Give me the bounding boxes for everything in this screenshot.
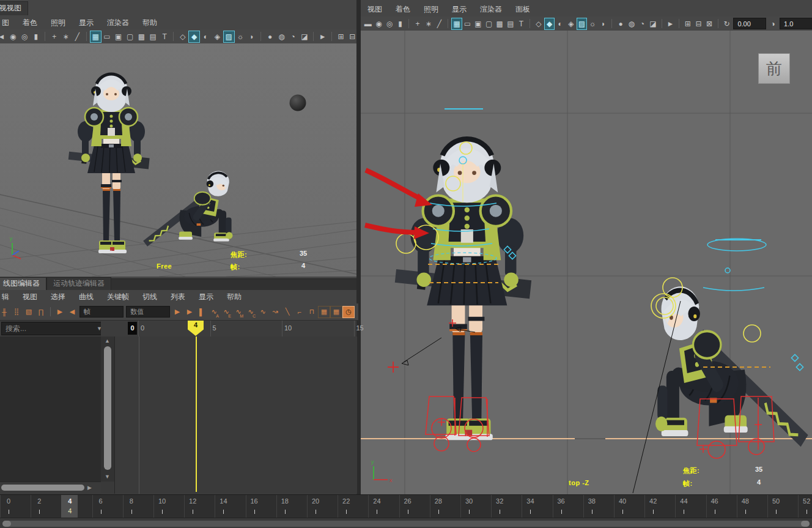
snap-time-icon[interactable]: ▶ bbox=[171, 306, 183, 318]
pencil-context-icon[interactable]: ╱ bbox=[72, 31, 83, 43]
scroll-up-icon[interactable]: ▲ bbox=[105, 338, 110, 344]
move-nearest-key-icon[interactable]: ╫ bbox=[0, 306, 10, 318]
ge-menu-2[interactable]: 选择 bbox=[44, 290, 72, 303]
vscroll-thumb[interactable] bbox=[104, 346, 111, 470]
persp-menu-1[interactable]: 着色 bbox=[16, 16, 44, 29]
frame-input[interactable]: 帧 bbox=[79, 306, 124, 318]
character-crouching-front[interactable] bbox=[655, 286, 810, 448]
front-menu-4[interactable]: 渲染器 bbox=[473, 2, 509, 16]
exposure-icon[interactable]: ◑ bbox=[767, 18, 778, 30]
front-menu-0[interactable]: 视图 bbox=[361, 2, 389, 16]
camera-attributes-icon[interactable]: ◎ bbox=[384, 18, 395, 30]
camera-attributes-icon[interactable]: ◎ bbox=[19, 31, 31, 43]
channel-search-field[interactable]: 搜索... ▼ bbox=[1, 322, 106, 335]
render-region-icon[interactable]: ◪ bbox=[648, 18, 659, 30]
grid-icon[interactable]: ▦ bbox=[90, 31, 102, 43]
persp-menu-3[interactable]: 显示 bbox=[72, 16, 100, 29]
pane-expand-icon[interactable]: ⊠ bbox=[704, 18, 715, 30]
graph-playhead-line[interactable] bbox=[196, 337, 197, 492]
range-slider-bar[interactable] bbox=[2, 521, 810, 527]
spline-tangent-icon[interactable]: ∿ bbox=[257, 306, 269, 318]
time-editor-icon[interactable]: ◷ bbox=[342, 306, 355, 318]
film-gate-icon[interactable]: ▭ bbox=[462, 18, 473, 30]
safe-title-icon[interactable]: T bbox=[159, 31, 171, 43]
select-camera-icon[interactable]: ◄ bbox=[0, 31, 7, 43]
front-menu-1[interactable]: 着色 bbox=[389, 2, 417, 16]
image-plane-icon[interactable]: ▤ bbox=[505, 18, 516, 30]
smooth-shade-icon[interactable]: ◆ bbox=[188, 31, 200, 43]
render-region-icon[interactable]: ◪ bbox=[299, 31, 311, 43]
outliner-hscrollbar[interactable]: ▶ bbox=[0, 482, 101, 494]
anti-alias-icon[interactable]: ◔ bbox=[287, 31, 299, 43]
edit-pivot-icon[interactable]: + bbox=[48, 31, 60, 43]
rotate-value-field[interactable]: 0.00 bbox=[733, 18, 766, 29]
view-orientation-cube[interactable]: 前 bbox=[758, 53, 790, 84]
persp-menu-0[interactable]: 图 bbox=[0, 16, 16, 29]
panel-divider[interactable] bbox=[356, 0, 361, 494]
ge-menu-3[interactable]: 曲线 bbox=[72, 290, 100, 303]
value-input[interactable]: 数值 bbox=[126, 306, 170, 318]
film-gate-icon[interactable]: ▭ bbox=[102, 31, 113, 43]
textured-icon[interactable]: ◈ bbox=[566, 18, 577, 30]
tab-graph-editor[interactable]: 线图编辑器 bbox=[0, 277, 46, 290]
range-handle-left[interactable] bbox=[2, 521, 11, 527]
resolution-gate-icon[interactable]: ▣ bbox=[113, 31, 124, 43]
ge-menu-0[interactable]: 辑 bbox=[0, 290, 16, 303]
outliner-vscrollbar[interactable]: ▲ ▼ bbox=[101, 337, 114, 482]
region-keys-icon[interactable]: ∏ bbox=[35, 306, 47, 318]
safe-title-icon[interactable]: T bbox=[516, 18, 527, 30]
duplicate-pane-icon[interactable]: ⊞ bbox=[682, 18, 693, 30]
wireframe-on-shaded-icon[interactable]: ◐ bbox=[200, 31, 212, 43]
bookmark-icon[interactable]: ▮ bbox=[395, 18, 406, 30]
ease-tangent-icon[interactable]: ∿E bbox=[220, 306, 232, 318]
field-chart-icon[interactable]: ▩ bbox=[136, 31, 147, 43]
front-menu-3[interactable]: 显示 bbox=[445, 2, 473, 16]
exposure-value-field[interactable]: 1.0 bbox=[780, 18, 812, 29]
front-viewport[interactable]: y x 前 top -Z 焦距: 35 帧: 4 bbox=[361, 31, 812, 494]
wireframe-icon[interactable]: ◇ bbox=[533, 18, 544, 30]
front-menu-2[interactable]: 照明 bbox=[417, 2, 445, 16]
camera-lock-icon[interactable]: ◉ bbox=[7, 31, 19, 43]
plateau-tangent-icon[interactable]: ⊓ bbox=[306, 306, 318, 318]
shadows-icon[interactable]: ◗ bbox=[246, 31, 257, 43]
persp-menu-4[interactable]: 渲染器 bbox=[100, 16, 136, 29]
gate-mask-icon[interactable]: ▢ bbox=[124, 31, 136, 43]
checkered-icon[interactable]: ▨ bbox=[223, 31, 235, 43]
scroll-down-icon[interactable]: ▼ bbox=[105, 474, 110, 480]
snap-value-icon[interactable]: ▶ bbox=[183, 306, 196, 318]
rotate-view-icon[interactable]: ↻ bbox=[722, 18, 733, 30]
ge-menu-6[interactable]: 列表 bbox=[164, 290, 192, 303]
graph-ruler[interactable]: 051015 bbox=[101, 321, 356, 337]
isolate-select-icon[interactable]: ► bbox=[317, 31, 328, 43]
sphere-object[interactable] bbox=[290, 95, 306, 111]
playblast-icon[interactable]: ▬ bbox=[363, 18, 374, 30]
snap-icon[interactable]: ∗ bbox=[60, 31, 72, 43]
tab-motion-trail-editor[interactable]: 运动轨迹编辑器 bbox=[46, 277, 111, 290]
ge-menu-7[interactable]: 显示 bbox=[192, 290, 220, 303]
step-tangent-icon[interactable]: ⌐ bbox=[293, 306, 306, 318]
range-slider[interactable] bbox=[0, 518, 812, 528]
lights-icon[interactable]: ☼ bbox=[587, 18, 598, 30]
smooth-shade-icon[interactable]: ◆ bbox=[544, 18, 555, 30]
occlusion-icon[interactable]: ● bbox=[615, 18, 626, 30]
gate-mask-icon[interactable]: ▢ bbox=[484, 18, 495, 30]
layout-pane-icon[interactable]: ⊟ bbox=[693, 18, 704, 30]
persp-menu-5[interactable]: 帮助 bbox=[136, 16, 164, 29]
swap-buffer-icon[interactable]: ▦ bbox=[330, 306, 342, 318]
pencil-context-icon[interactable]: ╱ bbox=[434, 18, 445, 30]
character-standing[interactable] bbox=[68, 73, 150, 253]
scroll-right-icon[interactable]: ▶ bbox=[87, 485, 92, 491]
snap-icon[interactable]: ∗ bbox=[423, 18, 434, 30]
motion-blur-icon[interactable]: ◍ bbox=[276, 31, 287, 43]
character-crouching[interactable] bbox=[142, 171, 233, 247]
frame-prev-icon[interactable]: ▶ bbox=[54, 306, 66, 318]
anti-alias-icon[interactable]: ◔ bbox=[637, 18, 648, 30]
curve-graph-area[interactable] bbox=[114, 337, 357, 494]
grid-icon[interactable]: ▦ bbox=[451, 18, 462, 30]
textured-icon[interactable]: ◈ bbox=[212, 31, 223, 43]
camera-lock-icon[interactable]: ◉ bbox=[374, 18, 385, 30]
ge-menu-5[interactable]: 切线 bbox=[136, 290, 164, 303]
occlusion-icon[interactable]: ● bbox=[264, 31, 276, 43]
bookmark-icon[interactable]: ▮ bbox=[30, 31, 42, 43]
shadows-icon[interactable]: ◗ bbox=[598, 18, 609, 30]
